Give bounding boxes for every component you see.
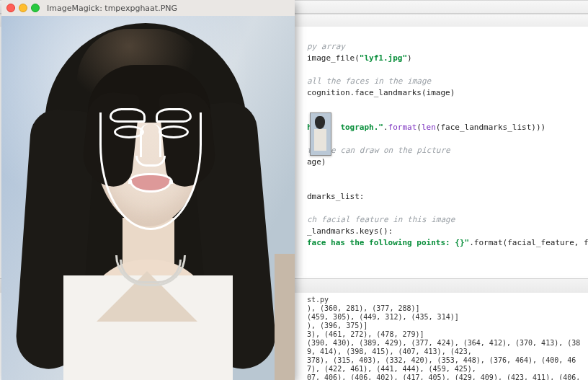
code-comment: ch facial feature in this image — [307, 215, 455, 224]
close-icon[interactable] — [6, 4, 15, 12]
code-line: _landmarks.keys(): — [307, 226, 393, 236]
window-titlebar[interactable]: ImageMagick: tmpexpghaat.PNG — [1, 0, 295, 17]
landmark-lips — [128, 173, 169, 190]
code-editor[interactable]: py array image_file("lyf1.jpg") all the … — [303, 27, 588, 276]
window-controls — [6, 4, 40, 12]
portrait-dress — [63, 275, 233, 380]
maximize-icon[interactable] — [31, 4, 40, 12]
console-line: 07, 406), (406, 402), (417, 405), (429, … — [307, 374, 584, 380]
console-output[interactable]: st.py ), (360, 281), (377, 288)] (459, 3… — [303, 293, 588, 380]
code-line: image_file("lyf1.jpg") — [307, 53, 412, 63]
portrait-other-person — [275, 254, 295, 380]
code-comment: all the faces in the image — [307, 76, 431, 86]
console-filename: st.py — [307, 296, 329, 304]
landmark-left-eyebrow — [110, 108, 146, 123]
console-line: (390, 430), (389, 429), (377, 424), (364… — [307, 339, 580, 355]
console-line: 378), (315, 403), (332, 420), (353, 448)… — [307, 356, 576, 373]
console-line: ), (360, 281), (377, 288)] — [307, 304, 420, 312]
code-comment: py array — [307, 42, 345, 51]
code-line: dmarks_list: — [307, 192, 364, 201]
code-line: face has the following points: {}".forma… — [307, 238, 588, 247]
console-line: (459, 305), (449, 312), (435, 314)] — [307, 313, 459, 321]
landmark-right-eyebrow — [156, 108, 192, 123]
code-line: cognition.face_landmarks(image) — [307, 88, 455, 97]
window-title: ImageMagick: tmpexpghaat.PNG — [47, 4, 177, 13]
code-line: hi tograph.".format(len(face_landmarks_l… — [307, 123, 545, 132]
landmark-nose-bridge — [140, 124, 161, 157]
code-line: age) — [307, 157, 326, 167]
image-viewer-window[interactable]: ImageMagick: tmpexpghaat.PNG — [1, 0, 295, 380]
code-content: py array image_file("lyf1.jpg") all the … — [303, 27, 588, 276]
minimize-icon[interactable] — [19, 4, 27, 12]
landmark-right-eye — [159, 125, 189, 138]
console-line: ), (396, 375)] — [307, 322, 368, 330]
console-line: 3), (461, 272), (478, 279)] — [307, 330, 424, 338]
photo-canvas — [1, 16, 295, 380]
image-preview-tooltip — [310, 112, 331, 156]
